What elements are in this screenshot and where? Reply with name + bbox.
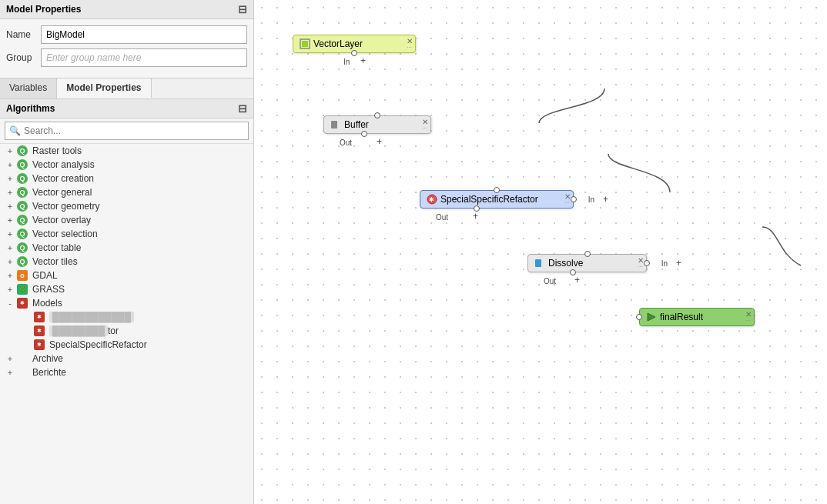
- left-panel: Model Properties ⊟ Name Group Variables …: [0, 0, 254, 504]
- tree-item-vector-tiles[interactable]: + Q Vector tiles: [0, 255, 253, 269]
- port-dissolve-in: [584, 251, 591, 257]
- svg-rect-2: [331, 121, 337, 129]
- node-dissolve-dots: ···: [638, 263, 643, 270]
- port-plus-dissolve[interactable]: +: [574, 275, 580, 285]
- model-properties-form: Name Group: [0, 19, 253, 78]
- tree-item-archive[interactable]: + Archive: [0, 352, 253, 365]
- label-vector-geometry: Vector geometry: [32, 201, 99, 212]
- q-icon-vector-overlay: Q: [15, 215, 29, 225]
- group-input[interactable]: [41, 48, 247, 67]
- expand-icon-vector-analysis: +: [5, 160, 15, 169]
- port-label-special-out: Out: [436, 213, 448, 222]
- tree-item-berichte[interactable]: + Berichte: [0, 365, 253, 379]
- node-buffer-title: Buffer: [344, 119, 369, 130]
- label-vector-tiles: Vector tiles: [32, 256, 78, 267]
- tab-variables[interactable]: Variables: [0, 78, 57, 98]
- node-buffer-dots: ···: [422, 125, 427, 132]
- model-child2-icon: ✱: [32, 325, 46, 336]
- node-special-dots: ···: [564, 199, 570, 206]
- label-model-child2: ████████: [49, 325, 108, 336]
- tree-item-gdal[interactable]: + G GDAL: [0, 269, 253, 282]
- tree-item-grass[interactable]: + 🌿 GRASS: [0, 282, 253, 296]
- label-vector-table: Vector table: [32, 242, 81, 253]
- expand-icon-vector-tiles: +: [5, 257, 15, 266]
- node-special-title: SpecialSpecificRefactor: [440, 194, 538, 205]
- label-vector-creation: Vector creation: [32, 173, 94, 184]
- node-finalresult-dots: ···: [745, 317, 751, 324]
- search-input[interactable]: [5, 122, 249, 140]
- tree-item-vector-selection[interactable]: + Q Vector selection: [0, 227, 253, 241]
- buffer-icon: [330, 119, 341, 130]
- models-icon: ✱: [15, 298, 29, 309]
- tree-item-vector-analysis[interactable]: + Q Vector analysis: [0, 158, 253, 172]
- port-plus-special[interactable]: +: [473, 211, 478, 222]
- tree-item-vector-overlay[interactable]: + Q Vector overlay: [0, 213, 253, 227]
- expand-icon-grass: +: [5, 285, 15, 294]
- pin-icon[interactable]: ⊟: [238, 3, 247, 15]
- port-label-special-in: In: [588, 195, 594, 204]
- expand-icon-models: -: [5, 299, 15, 308]
- svg-rect-1: [302, 41, 308, 47]
- tree-item-raster-tools[interactable]: + Q Raster tools: [0, 144, 253, 158]
- archive-icon: [15, 353, 29, 364]
- port-plus-dissolve-in[interactable]: +: [676, 258, 681, 269]
- label-model-child1: ████████████: [49, 312, 134, 322]
- node-finalresult-title: finalResult: [660, 312, 703, 322]
- vectorlayer-icon: [300, 38, 310, 49]
- tree-item-vector-table[interactable]: + Q Vector table: [0, 241, 253, 255]
- port-label-dissolve-out: Out: [544, 277, 556, 285]
- node-finalresult[interactable]: finalResult ✕ ···: [639, 308, 755, 326]
- expand-icon-vector-overlay: +: [5, 215, 15, 225]
- node-dissolve-title: Dissolve: [548, 258, 583, 269]
- tree-item-vector-creation[interactable]: + Q Vector creation: [0, 172, 253, 185]
- expand-icon-vector-creation: +: [5, 174, 15, 183]
- port-special-in: [494, 187, 500, 193]
- node-dissolve[interactable]: Dissolve ✕ ··· Out + In +: [527, 254, 647, 272]
- name-input[interactable]: [41, 25, 247, 44]
- tabs-row: Variables Model Properties: [0, 78, 253, 99]
- algorithms-header: Algorithms ⊟: [0, 99, 253, 118]
- label-berichte: Berichte: [32, 367, 66, 378]
- tree-item-vector-general[interactable]: + Q Vector general: [0, 185, 253, 199]
- node-special[interactable]: ✱ SpecialSpecificRefactor ✕ ··· Out + In…: [420, 190, 574, 209]
- port-finalresult-in: [636, 314, 642, 320]
- label-vector-general: Vector general: [32, 187, 92, 198]
- port-vectorlayer-out: [351, 50, 357, 56]
- port-dissolve-right: [644, 260, 650, 266]
- name-row: Name: [6, 25, 247, 44]
- tree-item-model-child2[interactable]: ✱ ████████tor: [0, 324, 253, 338]
- label-archive: Archive: [32, 353, 63, 364]
- label-vector-selection: Vector selection: [32, 229, 98, 239]
- expand-icon-archive: +: [5, 354, 15, 363]
- algorithms-pin[interactable]: ⊟: [238, 102, 247, 115]
- gdal-icon: G: [15, 270, 29, 281]
- tree-item-special-refactor[interactable]: ✱ SpecialSpecificRefactor: [0, 338, 253, 352]
- port-label-buffer-out: Out: [340, 139, 352, 147]
- tree-item-models[interactable]: - ✱ Models: [0, 296, 253, 310]
- label-models: Models: [32, 298, 62, 309]
- tree-item-model-child1[interactable]: ✱ ████████████: [0, 310, 253, 324]
- port-plus-vectorlayer[interactable]: +: [360, 55, 366, 66]
- q-icon-raster: Q: [15, 145, 29, 156]
- label-vector-analysis: Vector analysis: [32, 159, 95, 170]
- q-icon-vector-tiles: Q: [15, 256, 29, 267]
- node-vectorlayer[interactable]: VectorLayer ✕ ··· In +: [293, 35, 416, 53]
- tab-model-properties[interactable]: Model Properties: [57, 78, 151, 98]
- port-buffer-out: [361, 131, 367, 137]
- label-raster-tools: Raster tools: [32, 145, 82, 156]
- q-icon-vector-selection: Q: [15, 229, 29, 239]
- port-plus-buffer[interactable]: +: [377, 136, 382, 147]
- group-row: Group: [6, 48, 247, 67]
- grass-icon: 🌿: [15, 284, 29, 295]
- q-icon-vector-table: Q: [15, 242, 29, 253]
- q-icon-vector-general: Q: [15, 187, 29, 198]
- name-label: Name: [6, 29, 41, 40]
- tree-item-vector-geometry[interactable]: + Q Vector geometry: [0, 199, 253, 213]
- node-vectorlayer-title: VectorLayer: [313, 38, 363, 49]
- port-plus-special-in[interactable]: +: [603, 194, 608, 205]
- expand-icon-berichte: +: [5, 368, 15, 377]
- canvas-area[interactable]: VectorLayer ✕ ··· In + Buffer ✕ ··· Out …: [254, 0, 827, 504]
- special-icon: ✱: [32, 339, 46, 350]
- node-buffer[interactable]: Buffer ✕ ··· Out +: [323, 115, 431, 134]
- port-buffer-in: [374, 112, 380, 118]
